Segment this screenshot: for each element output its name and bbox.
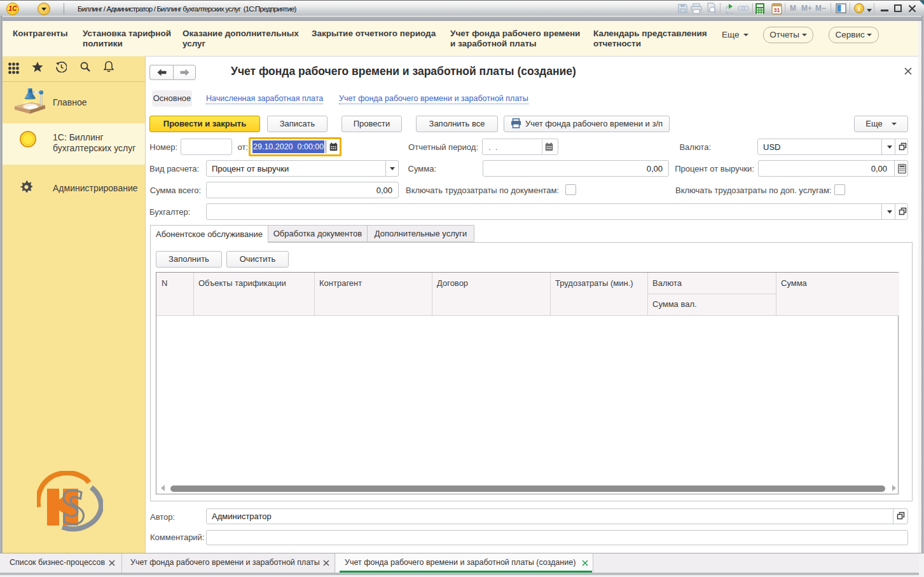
- svg-text:31: 31: [773, 7, 780, 13]
